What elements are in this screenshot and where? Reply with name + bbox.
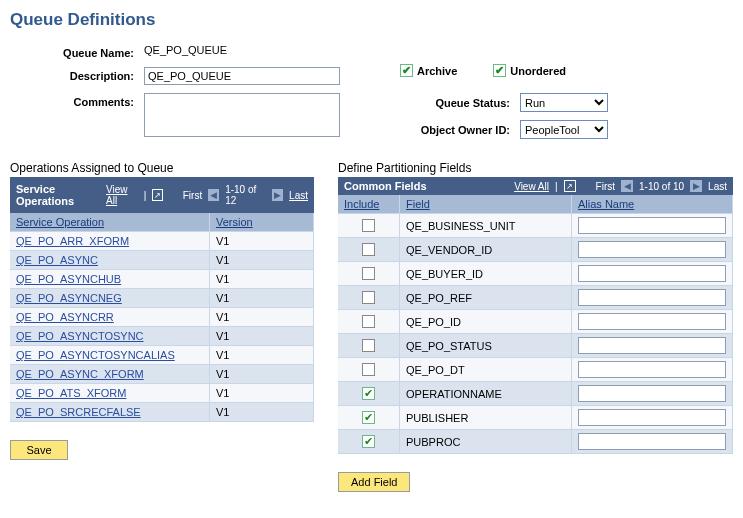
table-row: ✔QE_BUYER_ID <box>338 262 733 286</box>
queue-name-value: QE_PO_QUEUE <box>144 44 380 56</box>
version-cell: V1 <box>210 403 314 422</box>
archive-label: Archive <box>417 65 457 77</box>
field-cell: QE_BUSINESS_UNIT <box>400 214 572 238</box>
alias-input[interactable] <box>578 265 726 282</box>
next-icon[interactable]: ▶ <box>690 180 702 192</box>
field-cell: QE_PO_DT <box>400 358 572 382</box>
ops-grid: Service Operations View All | ↗ First ◀ … <box>10 177 314 422</box>
object-owner-select[interactable]: PeopleTool <box>520 120 608 139</box>
cf-first-label[interactable]: First <box>596 181 615 192</box>
include-checkbox[interactable]: ✔ <box>362 219 375 232</box>
version-cell: V1 <box>210 270 314 289</box>
table-row: ✔OPERATIONNAME <box>338 382 733 406</box>
alias-input[interactable] <box>578 241 726 258</box>
table-row: QE_PO_ASYNCRRV1 <box>10 308 314 327</box>
version-cell: V1 <box>210 232 314 251</box>
next-icon[interactable]: ▶ <box>272 189 283 201</box>
field-cell: PUBLISHER <box>400 406 572 430</box>
service-op-link[interactable]: QE_PO_ASYNC_XFORM <box>16 368 144 380</box>
table-row: QE_PO_ATS_XFORMV1 <box>10 384 314 403</box>
table-row: ✔PUBLISHER <box>338 406 733 430</box>
version-cell: V1 <box>210 251 314 270</box>
table-row: ✔PUBPROC <box>338 430 733 454</box>
unordered-label: Unordered <box>510 65 566 77</box>
field-cell: OPERATIONNAME <box>400 382 572 406</box>
service-op-link[interactable]: QE_PO_ASYNCHUB <box>16 273 121 285</box>
object-owner-label: Object Owner ID: <box>400 124 520 136</box>
queue-status-select[interactable]: Run <box>520 93 608 112</box>
popout-icon[interactable]: ↗ <box>564 180 576 192</box>
include-checkbox[interactable]: ✔ <box>362 387 375 400</box>
include-checkbox[interactable]: ✔ <box>362 243 375 256</box>
prev-icon[interactable]: ◀ <box>208 189 219 201</box>
include-checkbox[interactable]: ✔ <box>362 411 375 424</box>
alias-input[interactable] <box>578 385 726 402</box>
ops-col-service-op[interactable]: Service Operation <box>16 216 104 228</box>
service-op-link[interactable]: QE_PO_ASYNC <box>16 254 98 266</box>
include-checkbox[interactable]: ✔ <box>362 363 375 376</box>
ops-first-label[interactable]: First <box>183 190 202 201</box>
ops-section-title: Operations Assigned to Queue <box>10 161 314 175</box>
alias-input[interactable] <box>578 217 726 234</box>
alias-input[interactable] <box>578 409 726 426</box>
field-cell: QE_PO_STATUS <box>400 334 572 358</box>
service-op-link[interactable]: QE_PO_ATS_XFORM <box>16 387 126 399</box>
version-cell: V1 <box>210 384 314 403</box>
form-area: Queue Name: QE_PO_QUEUE Description: Com… <box>10 44 733 147</box>
cf-last-label[interactable]: Last <box>708 181 727 192</box>
archive-checkbox[interactable]: ✔ <box>400 64 413 77</box>
include-checkbox[interactable]: ✔ <box>362 291 375 304</box>
cf-col-include[interactable]: Include <box>344 198 379 210</box>
queue-status-label: Queue Status: <box>400 97 520 109</box>
form-right: ✔ Archive ✔ Unordered Queue Status: Run … <box>400 44 733 147</box>
table-row: QE_PO_ASYNCTOSYNCALIASV1 <box>10 346 314 365</box>
ops-view-all-link[interactable]: View All <box>106 184 138 206</box>
service-op-link[interactable]: QE_PO_ASYNCRR <box>16 311 114 323</box>
table-row: QE_PO_ASYNCTOSYNCV1 <box>10 327 314 346</box>
comments-label: Comments: <box>10 93 144 108</box>
cf-col-field[interactable]: Field <box>406 198 430 210</box>
ops-range: 1-10 of 12 <box>225 184 266 206</box>
table-row: ✔QE_PO_ID <box>338 310 733 334</box>
description-input[interactable] <box>144 67 340 85</box>
service-op-link[interactable]: QE_PO_ARR_XFORM <box>16 235 129 247</box>
alias-input[interactable] <box>578 361 726 378</box>
ops-col-version[interactable]: Version <box>216 216 253 228</box>
popout-icon[interactable]: ↗ <box>152 189 163 201</box>
table-row: QE_PO_ASYNCV1 <box>10 251 314 270</box>
ops-grid-title: Service Operations <box>16 183 106 207</box>
version-cell: V1 <box>210 365 314 384</box>
cf-grid-title: Common Fields <box>344 180 427 192</box>
prev-icon[interactable]: ◀ <box>621 180 633 192</box>
comments-textarea[interactable] <box>144 93 340 137</box>
service-op-link[interactable]: QE_PO_ASYNCNEG <box>16 292 122 304</box>
version-cell: V1 <box>210 308 314 327</box>
table-row: QE_PO_SRCRECFALSEV1 <box>10 403 314 422</box>
field-cell: QE_BUYER_ID <box>400 262 572 286</box>
table-row: ✔QE_PO_DT <box>338 358 733 382</box>
ops-last-link[interactable]: Last <box>289 190 308 201</box>
queue-name-label: Queue Name: <box>10 44 144 59</box>
include-checkbox[interactable]: ✔ <box>362 435 375 448</box>
alias-input[interactable] <box>578 433 726 450</box>
cf-view-all-link[interactable]: View All <box>514 181 549 192</box>
add-field-button[interactable]: Add Field <box>338 472 410 492</box>
cf-range: 1-10 of 10 <box>639 181 684 192</box>
alias-input[interactable] <box>578 289 726 306</box>
table-row: ✔QE_BUSINESS_UNIT <box>338 214 733 238</box>
form-left: Queue Name: QE_PO_QUEUE Description: Com… <box>10 44 380 147</box>
include-checkbox[interactable]: ✔ <box>362 267 375 280</box>
service-op-link[interactable]: QE_PO_ASYNCTOSYNC <box>16 330 144 342</box>
unordered-checkbox[interactable]: ✔ <box>493 64 506 77</box>
save-button[interactable]: Save <box>10 440 68 460</box>
alias-input[interactable] <box>578 313 726 330</box>
cf-col-alias[interactable]: Alias Name <box>578 198 634 210</box>
page-title: Queue Definitions <box>10 10 733 30</box>
alias-input[interactable] <box>578 337 726 354</box>
service-op-link[interactable]: QE_PO_SRCRECFALSE <box>16 406 141 418</box>
include-checkbox[interactable]: ✔ <box>362 339 375 352</box>
version-cell: V1 <box>210 327 314 346</box>
service-op-link[interactable]: QE_PO_ASYNCTOSYNCALIAS <box>16 349 175 361</box>
include-checkbox[interactable]: ✔ <box>362 315 375 328</box>
field-cell: PUBPROC <box>400 430 572 454</box>
